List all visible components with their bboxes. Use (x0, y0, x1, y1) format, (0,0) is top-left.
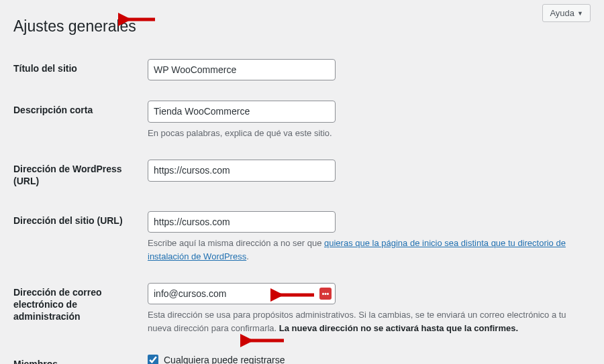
site-url-label: Dirección del sitio (URL) (13, 201, 148, 273)
membership-checkbox[interactable] (148, 355, 158, 364)
tagline-description: En pocas palabras, explica de qué va est… (148, 127, 584, 140)
caret-down-icon: ▼ (577, 10, 583, 17)
membership-label: Miembros (13, 345, 148, 364)
site-title-label: Título del sitio (13, 49, 148, 90)
page-title: Ajustes generales (13, 17, 591, 36)
site-title-input[interactable] (148, 59, 336, 80)
admin-email-description: Esta dirección se usa para propósitos ad… (148, 308, 584, 335)
help-tab-label: Ayuda (550, 8, 574, 18)
membership-checkbox-label: Cualquiera puede registrarse (164, 355, 285, 364)
wp-url-label: Dirección de WordPress (URL) (13, 149, 148, 200)
wp-url-input[interactable] (148, 160, 336, 181)
admin-email-input[interactable] (148, 283, 336, 304)
tagline-label: Descripción corta (13, 90, 148, 149)
site-url-input[interactable] (148, 211, 336, 233)
admin-email-label: Dirección de correo electrónico de admin… (13, 273, 148, 345)
password-manager-icon[interactable]: ••• (319, 288, 332, 300)
tagline-input[interactable] (148, 101, 336, 122)
site-url-description: Escribe aquí la misma dirección a no ser… (148, 237, 584, 263)
help-tab-button[interactable]: Ayuda ▼ (542, 4, 591, 22)
